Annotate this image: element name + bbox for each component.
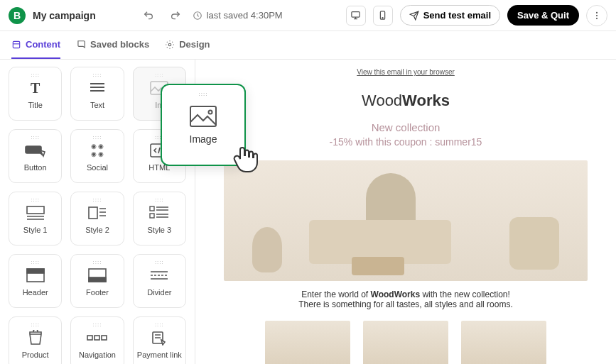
- svg-rect-19: [89, 277, 106, 282]
- svg-point-8: [168, 43, 171, 46]
- image-icon: [189, 105, 217, 128]
- divider-icon: [150, 270, 168, 280]
- block-style3[interactable]: :::: Style 3: [133, 192, 186, 246]
- drag-handle-icon: ::::: [93, 259, 102, 265]
- mobile-icon: [377, 10, 388, 21]
- saved-icon: [76, 40, 86, 50]
- svg-rect-20: [87, 336, 92, 340]
- topbar: B My campaign last saved 4:30PM Send tes…: [0, 0, 616, 31]
- tab-content[interactable]: Content: [11, 31, 60, 59]
- view-in-browser-link[interactable]: View this email in your browser: [224, 68, 588, 76]
- thumbnail-row: [224, 321, 588, 364]
- payment-icon: [151, 330, 167, 346]
- svg-point-5: [596, 14, 598, 16]
- save-quit-button[interactable]: Save & Quit: [507, 5, 579, 26]
- drag-handle-icon: ::::: [31, 321, 40, 328]
- svg-rect-12: [27, 206, 44, 214]
- block-style2[interactable]: :::: Style 2: [70, 192, 124, 246]
- campaign-name: My campaign: [33, 10, 96, 21]
- style2-icon: [88, 206, 107, 220]
- block-payment-link[interactable]: :::: Payment link: [133, 316, 186, 364]
- desktop-preview-button[interactable]: [346, 6, 366, 26]
- redo-icon: [170, 10, 181, 21]
- block-product[interactable]: :::: Product: [9, 316, 62, 364]
- thumbnail-image: [461, 321, 546, 364]
- product-icon: [28, 330, 43, 346]
- drag-handle-icon: ::::: [93, 321, 102, 328]
- navigation-icon: [87, 333, 108, 342]
- send-test-button[interactable]: Send test email: [400, 5, 500, 26]
- drag-handle-icon: ::::: [199, 91, 208, 97]
- description: Enter the world of WoodWorks with the ne…: [224, 289, 588, 309]
- tabs: Content Saved blocks Design: [0, 31, 616, 60]
- desktop-icon: [350, 10, 361, 21]
- app-logo: B: [9, 7, 26, 24]
- redo-button[interactable]: [166, 6, 185, 26]
- svg-rect-22: [102, 336, 107, 340]
- style1-icon: [26, 206, 45, 220]
- style3-icon: [149, 206, 169, 220]
- block-button[interactable]: :::: Button: [9, 129, 62, 183]
- drag-handle-icon: ::::: [93, 72, 102, 78]
- svg-rect-7: [13, 41, 19, 48]
- svg-rect-1: [352, 12, 360, 18]
- block-divider[interactable]: :::: Divider: [133, 254, 186, 308]
- block-title[interactable]: :::: T Title: [9, 67, 62, 121]
- undo-icon: [143, 10, 154, 21]
- brand-title: WoodWorks: [224, 92, 588, 110]
- block-text[interactable]: :::: Text: [70, 67, 124, 121]
- footer-icon: [88, 268, 107, 282]
- design-icon: [165, 40, 175, 50]
- send-icon: [409, 11, 419, 21]
- text-icon: [89, 82, 106, 94]
- clock-icon: [193, 11, 202, 21]
- drag-handle-icon: ::::: [31, 72, 40, 78]
- drag-handle-icon: ::::: [31, 197, 40, 203]
- drag-handle-icon: ::::: [93, 197, 102, 203]
- main: :::: T Title :::: Text :::: Im :::: Butt…: [0, 60, 616, 364]
- svg-rect-14: [150, 206, 154, 211]
- content-icon: [11, 40, 21, 50]
- button-icon: [25, 143, 46, 158]
- block-grid: :::: T Title :::: Text :::: Im :::: Butt…: [9, 67, 186, 364]
- svg-point-3: [382, 18, 383, 18]
- thumbnail-image: [265, 321, 350, 364]
- cursor-hand-icon: [229, 143, 260, 175]
- svg-rect-15: [150, 214, 154, 218]
- dragged-block-image[interactable]: :::: Image: [161, 84, 246, 166]
- svg-point-4: [596, 11, 598, 13]
- coupon-text: -15% with this coupon : summer15: [224, 136, 588, 148]
- block-social[interactable]: :::: ◉ ◉◉ ◉ Social: [70, 129, 124, 183]
- tab-design[interactable]: Design: [165, 31, 210, 59]
- dragged-block-label: Image: [190, 133, 217, 145]
- tab-saved-blocks[interactable]: Saved blocks: [76, 31, 149, 59]
- more-icon: [592, 11, 602, 21]
- drag-handle-icon: ::::: [31, 134, 40, 140]
- mobile-preview-button[interactable]: [373, 6, 393, 26]
- email-canvas[interactable]: View this email in your browser WoodWork…: [195, 60, 616, 364]
- block-style1[interactable]: :::: Style 1: [9, 192, 62, 246]
- block-footer[interactable]: :::: Footer: [70, 254, 124, 308]
- collection-heading: New collection: [224, 121, 588, 133]
- svg-rect-24: [190, 106, 216, 126]
- thumbnail-image: [363, 321, 448, 364]
- drag-handle-icon: ::::: [93, 134, 102, 140]
- svg-rect-17: [27, 269, 44, 273]
- svg-point-25: [209, 111, 212, 114]
- undo-button[interactable]: [139, 6, 158, 26]
- block-header[interactable]: :::: Header: [9, 254, 62, 308]
- svg-point-6: [596, 18, 598, 19]
- last-saved: last saved 4:30PM: [193, 10, 283, 21]
- drag-handle-icon: ::::: [155, 259, 164, 265]
- hero-image: [224, 160, 588, 281]
- drag-handle-icon: ::::: [31, 259, 40, 265]
- more-button[interactable]: [586, 5, 607, 26]
- header-icon: [26, 268, 45, 282]
- drag-handle-icon: ::::: [155, 72, 164, 78]
- svg-rect-13: [89, 207, 97, 219]
- svg-rect-21: [94, 336, 99, 340]
- block-navigation[interactable]: :::: Navigation: [70, 316, 124, 364]
- drag-handle-icon: ::::: [155, 197, 164, 203]
- drag-handle-icon: ::::: [155, 321, 164, 328]
